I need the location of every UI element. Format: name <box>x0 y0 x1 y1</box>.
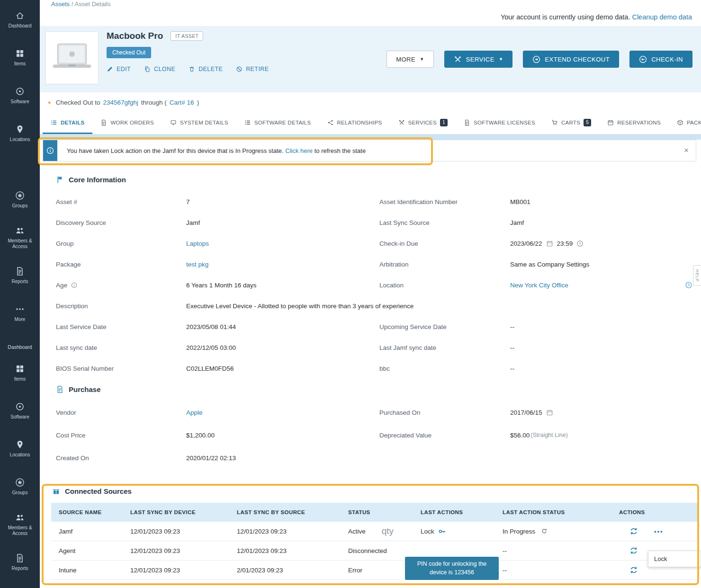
tab-package-bundles[interactable]: PACKAGE & BUNDLES <box>669 112 701 134</box>
refresh-state-link[interactable]: Click here <box>285 147 313 154</box>
field-label: Upcoming Service Date <box>379 316 510 337</box>
location-history-icon[interactable] <box>685 281 692 289</box>
breadcrumb-current: Asset Details <box>75 0 111 8</box>
checkin-due-date: 2023/06/22 <box>510 240 542 247</box>
field-label: Arbitration <box>379 254 510 275</box>
sidebar-section-dashboard[interactable]: Dashboard <box>0 340 40 354</box>
tab-software-details[interactable]: SOFTWARE DETAILS <box>236 112 319 134</box>
checkout-cart-link[interactable]: Cart# 16 <box>170 99 194 106</box>
sidebar-item-label: Software <box>9 99 30 105</box>
sidebar-item-items[interactable]: Items <box>0 39 40 77</box>
document-icon <box>100 119 107 126</box>
sync-icon[interactable] <box>629 527 638 535</box>
cleanup-demo-data-link[interactable]: Cleanup demo data <box>632 13 692 21</box>
field-label: Cost Price <box>56 424 186 446</box>
pin-code-tooltip: PIN code for unlocking the device is 123… <box>405 557 499 580</box>
asset-image[interactable] <box>45 31 99 84</box>
sidebar-item-dashboard[interactable]: Dashboard <box>0 1 40 39</box>
status-text: Error <box>348 567 362 574</box>
row-actions-overflow-icon[interactable]: ••• <box>654 528 664 535</box>
home-icon <box>15 11 25 20</box>
sidebar-item-locations[interactable]: Locations <box>0 115 40 152</box>
breadcrumb-assets-link[interactable]: Assets <box>51 0 70 8</box>
calendar-icon <box>546 409 553 416</box>
more-button[interactable]: MORE▼ <box>386 51 433 68</box>
sidebar-item-software[interactable]: Software <box>0 77 40 115</box>
sidebar-item-groups-2[interactable]: Groups <box>0 468 40 506</box>
tab-work-orders[interactable]: WORK ORDERS <box>92 112 162 134</box>
sidebar-item-locations-2[interactable]: Locations <box>0 430 40 468</box>
tab-system-details[interactable]: SYSTEM DETAILS <box>162 112 236 134</box>
retire-button[interactable]: RETIRE <box>236 66 269 72</box>
check-in-button[interactable]: CHECK-IN <box>629 51 692 68</box>
tab-carts[interactable]: CARTS5 <box>543 112 599 134</box>
last-sync-by-source: 12/01/2023 09:23 <box>237 528 348 535</box>
sidebar-item-items-2[interactable]: Items <box>0 354 40 392</box>
row-actions-menu: Lock <box>648 551 701 567</box>
sidebar-item-members-access[interactable]: Members & Access <box>0 219 40 257</box>
tab-relationships[interactable]: RELATIONSHIPS <box>319 112 390 134</box>
field-label: BIOS Serial Number <box>56 358 186 379</box>
sync-icon[interactable] <box>629 566 638 574</box>
tools-icon <box>398 119 405 126</box>
last-action-text: Lock <box>421 528 434 535</box>
alert-text-after: to refresh the state <box>315 147 366 154</box>
tab-details[interactable]: DETAILS <box>43 112 92 134</box>
field-value: Same as Company Settings <box>510 254 701 275</box>
menu-item-lock[interactable]: Lock <box>648 551 701 567</box>
field-value: Jamf <box>510 212 701 233</box>
table-header-row: SOURCE NAME LAST SYNC BY DEVICE LAST SYN… <box>51 503 698 522</box>
sidebar-item-reports[interactable]: Reports <box>0 257 40 294</box>
carts-count-badge: 5 <box>584 119 591 126</box>
people-icon <box>15 513 25 522</box>
refresh-icon[interactable] <box>541 528 548 535</box>
service-button[interactable]: SERVICE▼ <box>444 51 513 68</box>
sidebar-item-label: Dashboard <box>7 23 33 29</box>
location-link[interactable]: New York City Office <box>510 282 568 289</box>
field-value: Executive Level Device - Allotted to peo… <box>186 295 701 316</box>
checkout-status-line: ● Checked Out to 234567gfghj through (Ca… <box>40 92 701 112</box>
sidebar-item-members-access-2[interactable]: Members & Access <box>0 506 40 543</box>
tab-reservations[interactable]: RESERVATIONS <box>599 112 669 134</box>
table-row-agent: Agent 12/01/2023 09:23 12/01/2023 09:23 … <box>51 541 698 561</box>
section-title: Connected Sources <box>65 487 132 495</box>
field-value: 2017/06/15 <box>510 401 701 424</box>
field-value: 7 <box>186 191 379 212</box>
field-label: Description <box>56 295 186 316</box>
field-value: -- <box>510 358 701 379</box>
field-value: 2023/05/08 01:44 <box>186 316 379 337</box>
extend-checkout-button[interactable]: EXTEND CHECKOUT <box>523 51 619 68</box>
details-content: Core Information Asset # 7 Asset Identif… <box>40 161 701 588</box>
column-header: LAST SYNC BY SOURCE <box>237 509 348 515</box>
action-status-text: -- <box>503 547 507 554</box>
clone-button[interactable]: CLONE <box>144 66 175 72</box>
delete-button[interactable]: DELETE <box>189 66 223 72</box>
sidebar-item-groups[interactable]: Groups <box>0 181 40 219</box>
gift-box-icon <box>52 487 60 495</box>
checkout-user-link[interactable]: 234567gfghj <box>103 99 138 106</box>
purchase-grid: Vendor Apple Purchased On 2017/06/15 Cos… <box>56 401 701 469</box>
sync-icon[interactable] <box>629 546 638 555</box>
main-panel: Assets/ Asset Details Your account is cu… <box>40 0 701 588</box>
depreciation-method: (Straight Line) <box>530 432 568 438</box>
field-value: $56.00 (Straight Line) <box>510 424 701 446</box>
close-icon[interactable]: × <box>684 146 689 155</box>
sidebar-item-reports-2[interactable]: Reports <box>0 543 40 581</box>
tab-software-licenses[interactable]: SOFTWARE LICENSES <box>456 112 543 134</box>
field-label: Last Sync Source <box>379 212 510 233</box>
sidebar-item-more[interactable]: More <box>0 294 40 332</box>
sidebar-item-label: Items <box>13 61 27 67</box>
edit-button[interactable]: EDIT <box>107 66 131 72</box>
arrow-left-circle-icon <box>639 55 647 63</box>
demo-data-notice: Your account is currently using demo dat… <box>501 13 692 21</box>
field-value: 2022/12/05 03:00 <box>186 337 379 358</box>
package-link[interactable]: test pkg <box>186 261 208 268</box>
group-link[interactable]: Laptops <box>186 240 209 247</box>
table-row-intune: Intune 12/01/2023 09:23 2/01/2023 09:23 … <box>51 561 698 580</box>
vendor-link[interactable]: Apple <box>186 409 203 416</box>
tools-icon <box>454 55 462 63</box>
list-icon <box>244 119 251 126</box>
tab-services[interactable]: SERVICES1 <box>390 112 456 134</box>
sidebar-item-software-2[interactable]: Software <box>0 392 40 430</box>
help-side-tab[interactable]: HELP <box>693 265 701 286</box>
